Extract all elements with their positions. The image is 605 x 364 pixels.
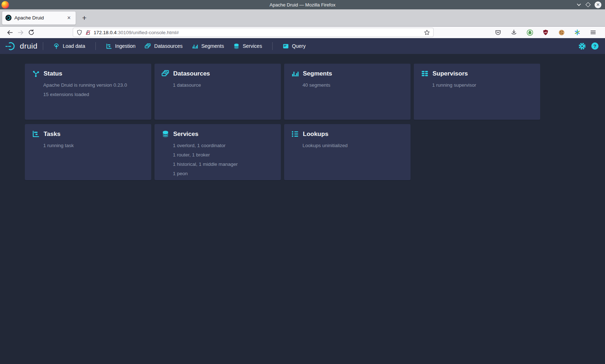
firefox-logo-icon	[1, 1, 9, 9]
card-line: 1 overlord, 1 coordinator	[173, 141, 274, 150]
pocket-icon[interactable]	[493, 27, 503, 37]
nav-item-ingestion[interactable]: Ingestion	[101, 38, 140, 54]
card-line: 1 router, 1 broker	[173, 150, 274, 160]
window-minimize-icon[interactable]	[576, 2, 582, 8]
nav-label: Ingestion	[115, 43, 136, 49]
nav-label: Segments	[201, 43, 224, 49]
druid-navbar: druid Load data Ingestion Datasources Se…	[0, 38, 605, 54]
ublock-origin-icon[interactable]: uO	[540, 27, 551, 37]
card-line: Lookups uninitialized	[302, 141, 403, 150]
window-close-icon[interactable]: ✕	[595, 1, 601, 8]
tab-apache-druid[interactable]: Apache Druid ✕	[2, 11, 76, 25]
url-path: :30109/unified-console.html#	[117, 30, 179, 35]
hamburger-menu-icon[interactable]	[588, 27, 599, 37]
card-line: 1 peon	[173, 169, 274, 178]
druid-wordmark: druid	[20, 42, 37, 50]
card-line: Apache Druid is running version 0.23.0	[43, 81, 144, 90]
gantt-chart-icon	[32, 130, 40, 138]
window-titlebar: Apache Druid — Mozilla Firefox ✕	[0, 0, 605, 9]
tab-close-icon[interactable]: ✕	[66, 14, 72, 21]
bookmark-star-icon[interactable]	[424, 29, 430, 36]
card-line: 15 extensions loaded	[43, 90, 144, 99]
card-title: Services	[173, 131, 198, 138]
nav-label: Services	[243, 43, 262, 49]
card-tasks[interactable]: Tasks 1 running task	[25, 124, 151, 180]
cookie-icon[interactable]	[556, 27, 567, 37]
download-icon[interactable]	[508, 27, 519, 37]
grouped-bars-icon	[291, 70, 299, 77]
nav-label: Load data	[63, 43, 85, 49]
shield-icon[interactable]	[76, 29, 82, 36]
graph-icon	[32, 70, 40, 77]
navbar-divider	[272, 42, 273, 50]
card-lookups[interactable]: Lookups Lookups uninitialized	[284, 124, 411, 180]
nav-item-load-data[interactable]: Load data	[49, 38, 90, 54]
home-view: Status Apache Druid is running version 0…	[0, 54, 605, 180]
nav-item-segments[interactable]: Segments	[187, 38, 229, 54]
list-columns-icon	[421, 70, 429, 77]
svg-text:uO: uO	[544, 31, 547, 33]
card-title: Supervisors	[433, 70, 468, 77]
nav-item-datasources[interactable]: Datasources	[140, 38, 187, 54]
navbar-divider	[43, 42, 43, 50]
database-icon	[162, 130, 169, 138]
card-line: 1 running supervisor	[432, 81, 533, 90]
card-line: 1 running task	[43, 141, 144, 150]
tab-strip: Apache Druid ✕ +	[0, 9, 605, 27]
stacked-rects-icon	[145, 43, 151, 49]
card-datasources[interactable]: Datasources 1 datasource	[154, 64, 281, 120]
url-text[interactable]: 172.18.0.4:30109/unified-console.html#	[94, 30, 421, 35]
druid-logo-icon	[5, 41, 17, 51]
nav-label: Datasources	[154, 43, 183, 49]
bulleted-list-icon	[291, 130, 299, 138]
forward-icon[interactable]	[15, 27, 26, 37]
card-line: 1 historical, 1 middle manager	[173, 160, 274, 169]
help-icon[interactable]: ?	[591, 42, 599, 50]
navbar-divider	[95, 42, 96, 50]
card-line: 40 segments	[302, 81, 403, 90]
privacy-badger-icon[interactable]	[524, 27, 535, 37]
card-segments[interactable]: Segments 40 segments	[284, 64, 411, 120]
new-tab-button[interactable]: +	[82, 14, 86, 22]
nav-item-query[interactable]: Query	[278, 38, 310, 54]
console-icon	[283, 43, 289, 49]
tab-title: Apache Druid	[14, 15, 63, 21]
grouped-bars-icon	[192, 43, 198, 49]
card-title: Lookups	[303, 131, 328, 138]
card-supervisors[interactable]: Supervisors 1 running supervisor	[414, 64, 540, 120]
card-title: Segments	[303, 70, 332, 77]
nav-label: Query	[292, 43, 306, 49]
insecure-lock-icon[interactable]	[85, 29, 91, 36]
card-status[interactable]: Status Apache Druid is running version 0…	[25, 64, 151, 120]
upload-arrow-icon	[53, 43, 59, 49]
browser-toolbar: 172.18.0.4:30109/unified-console.html# u…	[0, 27, 605, 38]
back-icon[interactable]	[4, 27, 15, 37]
stacked-rects-icon	[162, 70, 169, 77]
gear-icon[interactable]	[578, 42, 586, 50]
druid-favicon-icon	[5, 15, 12, 21]
druid-logo[interactable]: druid	[5, 41, 37, 51]
gantt-chart-icon	[106, 43, 112, 49]
url-bar[interactable]: 172.18.0.4:30109/unified-console.html#	[73, 28, 434, 37]
card-title: Datasources	[173, 70, 210, 77]
window-title: Apache Druid — Mozilla Firefox	[0, 2, 605, 8]
nav-item-services[interactable]: Services	[229, 38, 267, 54]
card-title: Tasks	[44, 131, 60, 138]
card-title: Status	[44, 70, 62, 77]
url-host: 172.18.0.4	[94, 30, 117, 35]
card-services[interactable]: Services 1 overlord, 1 coordinator 1 rou…	[154, 124, 281, 180]
asterisk-extension-icon[interactable]	[572, 27, 583, 37]
database-icon	[233, 43, 239, 49]
card-line: 1 datasource	[173, 81, 274, 90]
reload-icon[interactable]	[26, 27, 37, 37]
window-maximize-icon[interactable]	[586, 3, 590, 6]
